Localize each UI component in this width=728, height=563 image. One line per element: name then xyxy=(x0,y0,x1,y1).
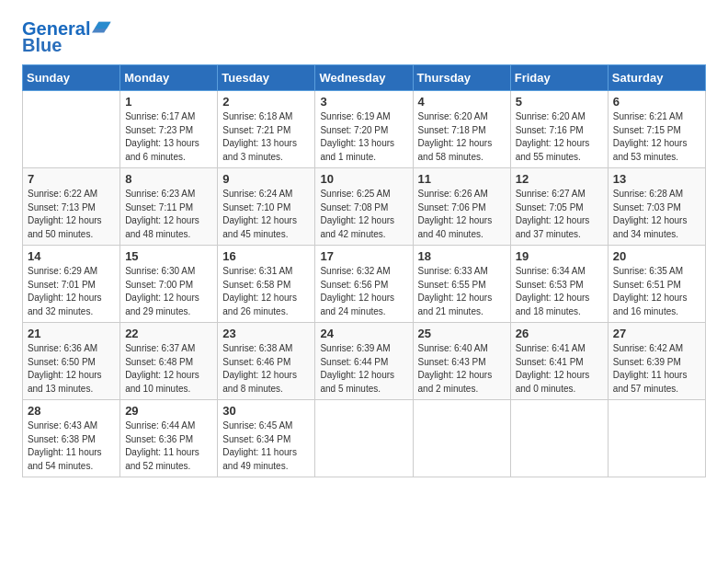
day-info: Sunrise: 6:37 AM Sunset: 6:48 PM Dayligh… xyxy=(125,342,212,396)
day-number: 13 xyxy=(613,172,700,186)
day-number: 10 xyxy=(320,172,407,186)
weekday-header: Thursday xyxy=(413,65,510,91)
day-number: 6 xyxy=(613,95,700,109)
weekday-header: Saturday xyxy=(608,65,705,91)
day-number: 7 xyxy=(28,172,115,186)
day-number: 9 xyxy=(222,172,310,186)
calendar-cell xyxy=(315,400,413,477)
calendar-cell xyxy=(608,400,705,477)
calendar-cell: 27Sunrise: 6:42 AM Sunset: 6:39 PM Dayli… xyxy=(608,323,705,400)
day-info: Sunrise: 6:23 AM Sunset: 7:11 PM Dayligh… xyxy=(125,188,212,241)
day-number: 16 xyxy=(222,249,310,263)
calendar-cell: 25Sunrise: 6:40 AM Sunset: 6:43 PM Dayli… xyxy=(413,323,510,400)
day-info: Sunrise: 6:31 AM Sunset: 6:58 PM Dayligh… xyxy=(222,265,310,318)
calendar-week-row: 1Sunrise: 6:17 AM Sunset: 7:23 PM Daylig… xyxy=(23,91,706,168)
day-number: 19 xyxy=(516,249,603,263)
calendar-cell: 6Sunrise: 6:21 AM Sunset: 7:15 PM Daylig… xyxy=(608,91,705,168)
calendar-cell: 17Sunrise: 6:32 AM Sunset: 6:56 PM Dayli… xyxy=(315,246,413,323)
day-number: 14 xyxy=(28,249,115,263)
calendar-cell xyxy=(23,91,120,168)
weekday-header: Sunday xyxy=(23,65,120,91)
day-info: Sunrise: 6:25 AM Sunset: 7:08 PM Dayligh… xyxy=(320,188,407,241)
day-info: Sunrise: 6:43 AM Sunset: 6:38 PM Dayligh… xyxy=(28,419,115,473)
day-info: Sunrise: 6:44 AM Sunset: 6:36 PM Dayligh… xyxy=(125,419,212,473)
calendar-cell: 7Sunrise: 6:22 AM Sunset: 7:13 PM Daylig… xyxy=(23,168,120,246)
calendar-cell xyxy=(510,400,608,477)
calendar-cell: 11Sunrise: 6:26 AM Sunset: 7:06 PM Dayli… xyxy=(413,168,510,246)
calendar-cell: 18Sunrise: 6:33 AM Sunset: 6:55 PM Dayli… xyxy=(413,246,510,323)
weekday-header: Friday xyxy=(510,65,608,91)
calendar-cell: 19Sunrise: 6:34 AM Sunset: 6:53 PM Dayli… xyxy=(510,246,608,323)
calendar-week-row: 28Sunrise: 6:43 AM Sunset: 6:38 PM Dayli… xyxy=(23,400,706,477)
svg-marker-1 xyxy=(95,22,111,29)
calendar-cell: 20Sunrise: 6:35 AM Sunset: 6:51 PM Dayli… xyxy=(608,246,705,323)
day-info: Sunrise: 6:35 AM Sunset: 6:51 PM Dayligh… xyxy=(613,265,700,318)
day-info: Sunrise: 6:45 AM Sunset: 6:34 PM Dayligh… xyxy=(222,419,310,473)
day-number: 18 xyxy=(418,249,506,263)
day-number: 26 xyxy=(516,327,603,340)
day-number: 22 xyxy=(125,327,212,340)
day-number: 20 xyxy=(613,249,700,263)
calendar-cell: 30Sunrise: 6:45 AM Sunset: 6:34 PM Dayli… xyxy=(218,400,315,477)
calendar-table: SundayMondayTuesdayWednesdayThursdayFrid… xyxy=(22,64,706,477)
day-number: 29 xyxy=(125,404,212,418)
day-info: Sunrise: 6:33 AM Sunset: 6:55 PM Dayligh… xyxy=(418,265,506,318)
day-info: Sunrise: 6:22 AM Sunset: 7:13 PM Dayligh… xyxy=(28,188,115,241)
day-info: Sunrise: 6:19 AM Sunset: 7:20 PM Dayligh… xyxy=(320,110,407,164)
logo-icon xyxy=(92,17,112,37)
day-number: 4 xyxy=(418,95,506,109)
day-number: 23 xyxy=(222,327,310,340)
day-number: 11 xyxy=(418,172,506,186)
calendar-cell: 23Sunrise: 6:38 AM Sunset: 6:46 PM Dayli… xyxy=(218,323,315,400)
calendar-cell: 8Sunrise: 6:23 AM Sunset: 7:11 PM Daylig… xyxy=(120,168,218,246)
calendar-week-row: 7Sunrise: 6:22 AM Sunset: 7:13 PM Daylig… xyxy=(23,168,706,246)
day-info: Sunrise: 6:18 AM Sunset: 7:21 PM Dayligh… xyxy=(222,110,310,164)
calendar-cell: 13Sunrise: 6:28 AM Sunset: 7:03 PM Dayli… xyxy=(608,168,705,246)
day-info: Sunrise: 6:34 AM Sunset: 6:53 PM Dayligh… xyxy=(516,265,603,318)
calendar-cell: 4Sunrise: 6:20 AM Sunset: 7:18 PM Daylig… xyxy=(413,91,510,168)
page-header: General Blue xyxy=(22,18,706,55)
day-info: Sunrise: 6:28 AM Sunset: 7:03 PM Dayligh… xyxy=(613,188,700,241)
day-info: Sunrise: 6:21 AM Sunset: 7:15 PM Dayligh… xyxy=(613,110,700,164)
calendar-cell: 26Sunrise: 6:41 AM Sunset: 6:41 PM Dayli… xyxy=(510,323,608,400)
day-info: Sunrise: 6:39 AM Sunset: 6:44 PM Dayligh… xyxy=(320,342,407,396)
day-number: 5 xyxy=(516,95,603,109)
calendar-cell: 24Sunrise: 6:39 AM Sunset: 6:44 PM Dayli… xyxy=(315,323,413,400)
calendar-cell: 14Sunrise: 6:29 AM Sunset: 7:01 PM Dayli… xyxy=(23,246,120,323)
day-info: Sunrise: 6:36 AM Sunset: 6:50 PM Dayligh… xyxy=(28,342,115,396)
calendar-cell: 16Sunrise: 6:31 AM Sunset: 6:58 PM Dayli… xyxy=(218,246,315,323)
calendar-cell: 9Sunrise: 6:24 AM Sunset: 7:10 PM Daylig… xyxy=(218,168,315,246)
day-number: 2 xyxy=(222,95,310,109)
day-number: 24 xyxy=(320,327,407,340)
calendar-cell xyxy=(413,400,510,477)
day-number: 8 xyxy=(125,172,212,186)
weekday-header: Monday xyxy=(120,65,218,91)
calendar-cell: 10Sunrise: 6:25 AM Sunset: 7:08 PM Dayli… xyxy=(315,168,413,246)
day-info: Sunrise: 6:26 AM Sunset: 7:06 PM Dayligh… xyxy=(418,188,506,241)
calendar-cell: 22Sunrise: 6:37 AM Sunset: 6:48 PM Dayli… xyxy=(120,323,218,400)
calendar-cell: 28Sunrise: 6:43 AM Sunset: 6:38 PM Dayli… xyxy=(23,400,120,477)
day-number: 12 xyxy=(516,172,603,186)
day-info: Sunrise: 6:40 AM Sunset: 6:43 PM Dayligh… xyxy=(418,342,506,396)
calendar-week-row: 21Sunrise: 6:36 AM Sunset: 6:50 PM Dayli… xyxy=(23,323,706,400)
calendar-cell: 3Sunrise: 6:19 AM Sunset: 7:20 PM Daylig… xyxy=(315,91,413,168)
day-info: Sunrise: 6:27 AM Sunset: 7:05 PM Dayligh… xyxy=(516,188,603,241)
day-number: 30 xyxy=(222,404,310,418)
day-info: Sunrise: 6:17 AM Sunset: 7:23 PM Dayligh… xyxy=(125,110,212,164)
day-info: Sunrise: 6:24 AM Sunset: 7:10 PM Dayligh… xyxy=(222,188,310,241)
day-number: 28 xyxy=(28,404,115,418)
weekday-header: Wednesday xyxy=(315,65,413,91)
logo: General Blue xyxy=(22,18,112,55)
weekday-header-row: SundayMondayTuesdayWednesdayThursdayFrid… xyxy=(23,65,706,91)
day-info: Sunrise: 6:38 AM Sunset: 6:46 PM Dayligh… xyxy=(222,342,310,396)
calendar-cell: 1Sunrise: 6:17 AM Sunset: 7:23 PM Daylig… xyxy=(120,91,218,168)
weekday-header: Tuesday xyxy=(218,65,315,91)
day-number: 27 xyxy=(613,327,700,340)
day-number: 21 xyxy=(28,327,115,340)
day-number: 15 xyxy=(125,249,212,263)
calendar-cell: 15Sunrise: 6:30 AM Sunset: 7:00 PM Dayli… xyxy=(120,246,218,323)
day-info: Sunrise: 6:20 AM Sunset: 7:18 PM Dayligh… xyxy=(418,110,506,164)
day-number: 17 xyxy=(320,249,407,263)
day-number: 1 xyxy=(125,95,212,109)
day-info: Sunrise: 6:30 AM Sunset: 7:00 PM Dayligh… xyxy=(125,265,212,318)
